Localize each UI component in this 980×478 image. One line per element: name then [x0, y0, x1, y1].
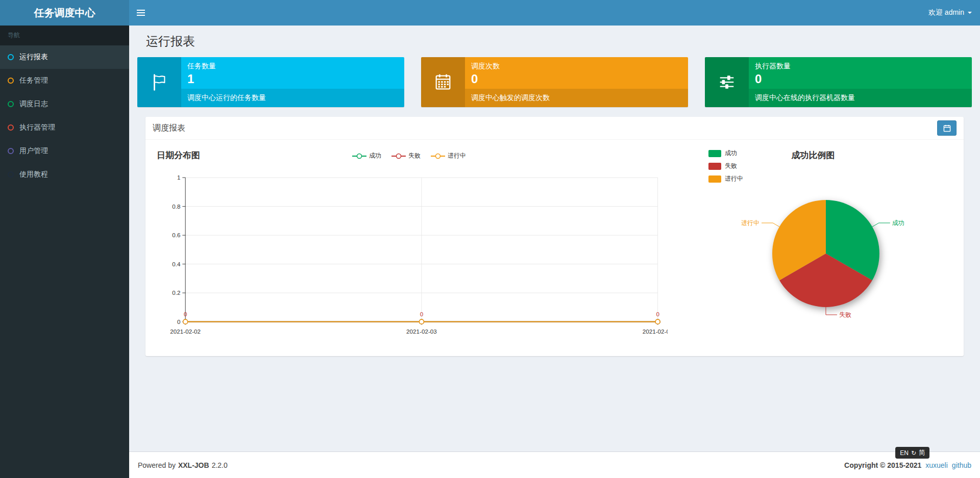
legend-line-icon [391, 153, 406, 160]
author-link[interactable]: xuxueli [925, 461, 948, 469]
legend-label: 进行中 [448, 152, 466, 160]
ime-en-label: EN [900, 449, 909, 457]
info-box-description: 调度中心在线的执行器机器数量 [749, 89, 972, 107]
sliders-icon [705, 57, 749, 107]
sidebar-item-label: 用户管理 [19, 146, 48, 156]
ime-zh-label: 简 [919, 448, 925, 457]
date-range-button[interactable] [937, 120, 957, 136]
svg-text:进行中: 进行中 [741, 219, 760, 227]
sidebar-item-job-manage[interactable]: 任务管理 [0, 69, 129, 92]
top-navbar: 欢迎 admin [129, 0, 980, 26]
pie-legend-item-1[interactable]: 成功 [708, 149, 743, 158]
info-box-executor-count: 执行器数量 0 调度中心在线的执行器机器数量 [705, 57, 972, 107]
calendar-icon [943, 124, 951, 132]
sidebar-item-label: 使用教程 [19, 170, 48, 179]
info-box-content: 执行器数量 0 调度中心在线的执行器机器数量 [749, 57, 972, 107]
info-box-description: 调度中心触发的调度次数 [465, 89, 688, 107]
calendar-icon [421, 57, 465, 107]
circle-icon [8, 54, 14, 60]
legend-label: 成功 [725, 149, 737, 158]
page-title: 运行报表 [146, 33, 972, 49]
legend-swatch [708, 163, 721, 170]
circle-icon [8, 124, 14, 131]
svg-text:成功: 成功 [892, 219, 904, 227]
svg-text:0: 0 [177, 318, 181, 325]
info-box-number: 1 [187, 71, 398, 87]
caret-down-icon [968, 12, 972, 14]
sidebar-toggle-button[interactable] [129, 0, 153, 26]
sidebar-item-executor-manage[interactable]: 执行器管理 [0, 116, 129, 139]
info-box-title: 调度次数 [471, 62, 682, 71]
report-panel-body: 日期分布图 成功失败进行中 00.20.40.60.812021-02-0220… [145, 140, 964, 356]
svg-text:0.2: 0.2 [172, 289, 180, 296]
legend-label: 成功 [369, 152, 381, 160]
content-wrapper: 运行报表 任务数量 1 调度中心运行的任务数量 [129, 26, 980, 451]
sidebar-section-label: 导航 [0, 26, 129, 45]
content: 任务数量 1 调度中心运行的任务数量 [129, 49, 980, 356]
pie-legend-item-2[interactable]: 失败 [708, 162, 743, 170]
svg-text:0.6: 0.6 [172, 232, 180, 238]
footer-powered-by: Powered by XXL-JOB 2.2.0 [138, 461, 228, 469]
info-box-title: 执行器数量 [755, 62, 966, 71]
legend-swatch [708, 150, 721, 157]
sidebar-item-job-log[interactable]: 调度日志 [0, 92, 129, 116]
legend-label: 失败 [408, 152, 421, 160]
github-link[interactable]: github [952, 461, 971, 469]
content-header: 运行报表 [129, 26, 980, 49]
ime-language-badge[interactable]: EN ↻ 简 [895, 447, 929, 459]
sidebar-item-user-manage[interactable]: 用户管理 [0, 139, 129, 163]
info-box-row: 任务数量 1 调度中心运行的任务数量 [137, 57, 972, 107]
version-text: 2.2.0 [212, 461, 228, 469]
pie-chart-canvas: 成功失败进行中 [668, 162, 959, 335]
sidebar-item-help[interactable]: 使用教程 [0, 163, 129, 186]
line-legend-item-3[interactable]: 进行中 [431, 152, 466, 160]
info-box-title: 任务数量 [187, 62, 398, 71]
sidebar-item-label: 调度日志 [19, 99, 48, 109]
pie-chart-legend: 成功失败进行中 [708, 149, 743, 183]
line-chart-title: 日期分布图 [157, 149, 200, 161]
svg-text:2021-02-02: 2021-02-02 [170, 328, 201, 335]
line-chart-legend: 成功失败进行中 [151, 148, 668, 161]
hamburger-icon [137, 8, 145, 17]
date-distribution-chart: 日期分布图 成功失败进行中 00.20.40.60.812021-02-0220… [151, 148, 668, 349]
circle-icon [8, 101, 14, 107]
welcome-text: 欢迎 admin [928, 8, 964, 17]
line-chart-head: 日期分布图 成功失败进行中 [151, 148, 668, 165]
svg-text:0.4: 0.4 [172, 261, 181, 267]
ime-toggle-icon: ↻ [911, 449, 916, 457]
sidebar-item-run-report[interactable]: 运行报表 [0, 45, 129, 69]
svg-text:0: 0 [656, 311, 659, 317]
app-logo[interactable]: 任务调度中心 [0, 0, 129, 26]
legend-label: 失败 [725, 162, 737, 170]
report-panel: 调度报表 日期分布图 成功失败 [145, 117, 964, 356]
copyright-text: Copyright © 2015-2021 [844, 461, 921, 469]
line-legend-item-1[interactable]: 成功 [352, 152, 381, 160]
sidebar-menu: 运行报表 任务管理 调度日志 执行器管理 用户管理 使用教程 [0, 45, 129, 186]
svg-text:1: 1 [177, 174, 181, 181]
svg-text:0: 0 [184, 311, 187, 317]
pie-legend-item-3[interactable]: 进行中 [708, 174, 743, 183]
user-menu[interactable]: 欢迎 admin [920, 0, 980, 26]
success-ratio-chart: 成功失败进行中 成功比例图 成功失败进行中 [668, 148, 959, 349]
svg-text:0: 0 [420, 311, 424, 317]
legend-swatch [708, 175, 721, 183]
info-box-job-count: 任务数量 1 调度中心运行的任务数量 [137, 57, 404, 107]
info-box-trigger-count: 调度次数 0 调度中心触发的调度次数 [421, 57, 688, 107]
svg-text:2021-02-03: 2021-02-03 [406, 328, 437, 335]
legend-label: 进行中 [725, 174, 743, 183]
flag-icon [137, 57, 181, 107]
circle-icon [8, 171, 14, 178]
legend-line-icon [431, 153, 445, 160]
sidebar-item-label: 执行器管理 [19, 123, 55, 132]
sidebar-item-label: 运行报表 [19, 53, 48, 62]
circle-icon [8, 78, 14, 84]
svg-text:失败: 失败 [839, 311, 851, 318]
line-legend-item-2[interactable]: 失败 [391, 152, 421, 160]
circle-icon [8, 148, 14, 154]
legend-line-icon [352, 153, 366, 160]
info-box-content: 调度次数 0 调度中心触发的调度次数 [465, 57, 688, 107]
powered-by-text: Powered by [138, 461, 176, 469]
line-chart-canvas: 00.20.40.60.812021-02-022021-02-032021-0… [151, 165, 668, 349]
main-header: 任务调度中心 欢迎 admin [0, 0, 980, 26]
main-footer: Powered by XXL-JOB 2.2.0 Copyright © 201… [129, 451, 980, 478]
